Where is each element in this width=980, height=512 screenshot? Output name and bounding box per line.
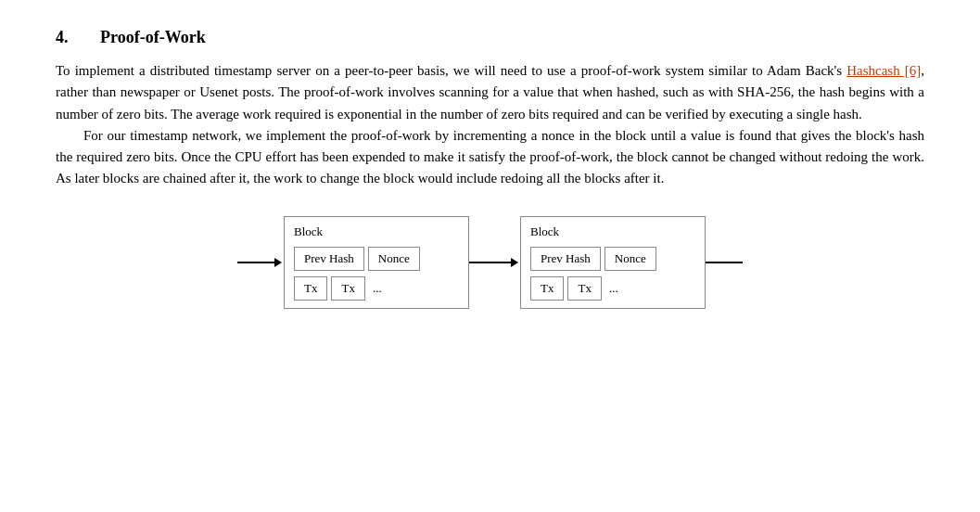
block1-prev-hash: Prev Hash: [294, 247, 364, 271]
hashcash-link[interactable]: Hashcash [6]: [846, 63, 921, 78]
block1-tx2: Tx: [331, 276, 364, 301]
block1-label: Block: [294, 224, 459, 239]
left-arrow: [274, 258, 282, 267]
block2-row2: Tx Tx ...: [530, 276, 695, 301]
left-line: [237, 262, 274, 263]
block1-tx1: Tx: [294, 276, 327, 301]
section-number: 4.: [56, 28, 83, 47]
mid-connector: [469, 258, 520, 267]
block2-tx1: Tx: [530, 276, 564, 301]
mid-line: [469, 262, 511, 263]
block2-tx2: Tx: [567, 276, 601, 301]
block-2: Block Prev Hash Nonce Tx Tx ...: [520, 216, 706, 309]
block1-row2: Tx Tx ...: [294, 276, 459, 301]
block1-nonce: Nonce: [368, 247, 420, 271]
block2-row1: Prev Hash Nonce: [530, 247, 695, 271]
section-title: Proof-of-Work: [100, 28, 206, 47]
left-connector: [237, 258, 284, 267]
blockchain-diagram: Block Prev Hash Nonce Tx Tx ... Block Pr…: [56, 216, 924, 309]
block2-prev-hash: Prev Hash: [530, 247, 601, 271]
paragraph-1: To implement a distributed timestamp ser…: [56, 60, 924, 125]
block1-dots: ...: [369, 277, 386, 300]
paragraph-2: For our timestamp network, we implement …: [56, 125, 924, 190]
block2-label: Block: [530, 224, 695, 239]
right-line: [706, 262, 743, 263]
right-connector: [706, 262, 743, 263]
mid-arrow: [511, 258, 518, 267]
para1-text-before-link: To implement a distributed timestamp ser…: [56, 63, 846, 78]
block2-nonce: Nonce: [605, 247, 656, 271]
block1-row1: Prev Hash Nonce: [294, 247, 459, 271]
block-1: Block Prev Hash Nonce Tx Tx ...: [284, 216, 469, 309]
block2-dots: ...: [605, 277, 622, 300]
section-heading: 4. Proof-of-Work: [56, 28, 924, 47]
